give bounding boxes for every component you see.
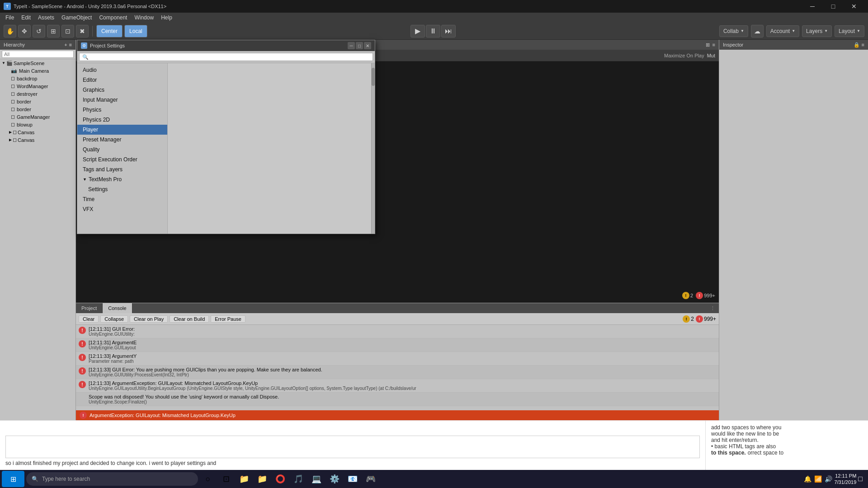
- modal-close-button[interactable]: ✕: [364, 42, 371, 49]
- scene-toolbar-btn-maximize[interactable]: ⊞: [706, 42, 710, 48]
- hierarchy-item-gamemanager[interactable]: ◻ GameManager: [0, 113, 75, 121]
- collapse-button[interactable]: Collapse: [100, 315, 128, 323]
- settings-nav-tagslayers[interactable]: Tags and Layers: [77, 164, 167, 174]
- hierarchy-item-border2[interactable]: ◻ border: [0, 105, 75, 113]
- tray-action-center[interactable]: □: [858, 475, 863, 483]
- error-pause-button[interactable]: Error Pause: [211, 315, 245, 323]
- settings-nav-editor[interactable]: Editor: [77, 75, 167, 85]
- settings-nav-presetmanager[interactable]: Preset Manager: [77, 135, 167, 145]
- clear-on-play-button[interactable]: Clear on Play: [130, 315, 168, 323]
- taskbar-app-mail[interactable]: 📧: [344, 471, 361, 487]
- settings-nav-textmeshpro-settings[interactable]: Settings: [77, 184, 167, 194]
- hierarchy-item-samplescene[interactable]: ▼ 🎬 SampleScene: [0, 59, 75, 67]
- maximize-button[interactable]: □: [823, 0, 844, 13]
- transform-tool-button[interactable]: ✖: [76, 25, 89, 38]
- mute-audio-btn[interactable]: Mut: [707, 53, 715, 58]
- menu-gameobject[interactable]: GameObject: [58, 13, 95, 23]
- hierarchy-item-border1[interactable]: ◻ border: [0, 98, 75, 105]
- browser-textarea[interactable]: [5, 436, 700, 458]
- settings-nav-textmeshpro-group[interactable]: ▼ TextMesh Pro: [77, 174, 167, 184]
- console-entry-5[interactable]: Scope was not disposed! You should use t…: [76, 393, 719, 406]
- hand-tool-button[interactable]: ✋: [4, 25, 16, 38]
- hierarchy-search-input[interactable]: [2, 51, 74, 58]
- settings-nav-physics2d[interactable]: Physics 2D: [77, 115, 167, 125]
- settings-nav-physics[interactable]: Physics: [77, 105, 167, 115]
- rect-tool-button[interactable]: ⊡: [61, 25, 74, 38]
- menu-edit[interactable]: Edit: [18, 13, 34, 23]
- hierarchy-add-icon[interactable]: +: [64, 42, 67, 47]
- taskbar-app-game[interactable]: 🎮: [363, 471, 379, 487]
- modal-minimize-button[interactable]: ─: [348, 42, 355, 49]
- taskbar-app-firefox[interactable]: ⭕: [272, 471, 288, 487]
- hierarchy-item-wordmanager[interactable]: ◻ WordManager: [0, 82, 75, 90]
- tray-volume-icon[interactable]: 🔊: [825, 475, 832, 483]
- move-tool-button[interactable]: ✥: [18, 25, 31, 38]
- settings-nav-vfx[interactable]: VFX: [77, 204, 167, 214]
- hierarchy-item-maincamera[interactable]: 📷 Main Camera: [0, 67, 75, 75]
- inspector-lock-icon[interactable]: 🔒: [854, 42, 860, 48]
- hierarchy-item-backdrop[interactable]: ◻ backdrop: [0, 75, 75, 82]
- settings-scrollbar[interactable]: [371, 63, 375, 234]
- hierarchy-item-destroyer[interactable]: ◻ destroyer: [0, 90, 75, 98]
- clear-button[interactable]: Clear: [79, 315, 99, 323]
- modal-maximize-button[interactable]: □: [356, 42, 363, 49]
- local-toggle[interactable]: Local: [125, 25, 147, 37]
- minimize-button[interactable]: ─: [802, 0, 823, 13]
- hierarchy-item-canvas1[interactable]: ▶ ◻ Canvas: [0, 128, 75, 136]
- inspector-menu-icon[interactable]: ≡: [862, 42, 864, 48]
- taskbar-search[interactable]: 🔍 Type here to search: [26, 472, 198, 486]
- settings-nav-scriptexecution[interactable]: Script Execution Order: [77, 155, 167, 164]
- layout-dropdown[interactable]: Layout ▼: [835, 25, 864, 37]
- taskbar-cortana[interactable]: ○: [200, 471, 216, 487]
- collab-dropdown[interactable]: Collab ▼: [719, 25, 748, 37]
- taskbar-explorer[interactable]: 📁: [236, 471, 252, 487]
- console-content[interactable]: ! [12:11:31] GUI Error: UnityEngine.GUIU…: [76, 325, 719, 410]
- settings-nav-player[interactable]: Player: [77, 125, 167, 135]
- scene-toolbar-menu[interactable]: ≡: [712, 42, 715, 47]
- cloud-button[interactable]: ☁: [751, 25, 764, 38]
- hierarchy-menu-icon[interactable]: ≡: [69, 42, 72, 47]
- start-button[interactable]: ⊞: [2, 471, 24, 487]
- settings-search-input[interactable]: [79, 53, 373, 61]
- menu-window[interactable]: Window: [131, 13, 157, 23]
- layers-dropdown[interactable]: Layers ▼: [802, 25, 832, 37]
- hierarchy-item-canvas2[interactable]: ▶ ◻ Canvas: [0, 136, 75, 144]
- console-entry-4[interactable]: ! [12:11:33] ArgumentException: GUILayou…: [76, 379, 719, 393]
- menu-file[interactable]: File: [2, 13, 18, 23]
- center-toggle[interactable]: Center: [97, 25, 122, 37]
- taskbar-taskview[interactable]: ⊡: [218, 471, 234, 487]
- warning-counter[interactable]: ! 2: [682, 292, 693, 299]
- console-entry-3[interactable]: ! [12:11:33] GUI Error: You are pushing …: [76, 366, 719, 379]
- settings-nav-time[interactable]: Time: [77, 194, 167, 204]
- clear-on-build-button[interactable]: Clear on Build: [170, 315, 209, 323]
- settings-nav-inputmanager[interactable]: Input Manager: [77, 95, 167, 105]
- tray-time[interactable]: 12:11 PM 7/31/2019: [834, 473, 856, 486]
- console-entry-0[interactable]: ! [12:11:31] GUI Error: UnityEngine.GUIU…: [76, 325, 719, 338]
- taskbar-app-cmd[interactable]: 💻: [308, 471, 325, 487]
- tray-network-icon[interactable]: 📶: [814, 475, 822, 483]
- console-entry-2[interactable]: ! [12:11:33] ArgumentY Parameter name: p…: [76, 352, 719, 366]
- menu-help[interactable]: Help: [157, 13, 176, 23]
- close-button[interactable]: ✕: [844, 0, 864, 13]
- account-dropdown[interactable]: Account ▼: [766, 25, 799, 37]
- error-counter[interactable]: ! 999+: [696, 292, 715, 299]
- console-entry-1[interactable]: ! [12:11:31] ArgumentE UnityEngine.GUILa…: [76, 338, 719, 352]
- play-button[interactable]: ▶: [410, 25, 425, 38]
- taskbar-app-spotify[interactable]: 🎵: [290, 471, 307, 487]
- taskbar-app-edge[interactable]: 📁: [254, 471, 270, 487]
- tab-project[interactable]: Project: [76, 303, 103, 313]
- menu-component[interactable]: Component: [95, 13, 131, 23]
- settings-nav-quality[interactable]: Quality: [77, 145, 167, 155]
- tray-notification-icon[interactable]: 🔔: [804, 475, 811, 483]
- settings-nav-graphics[interactable]: Graphics: [77, 85, 167, 95]
- menu-assets[interactable]: Assets: [34, 13, 58, 23]
- settings-nav-audio[interactable]: Audio: [77, 65, 167, 75]
- taskbar-app-settings[interactable]: ⚙️: [326, 471, 343, 487]
- hierarchy-item-blowup[interactable]: ◻ blowup: [0, 121, 75, 128]
- console-options-btn[interactable]: ⋮: [707, 305, 719, 311]
- pause-button[interactable]: ⏸: [426, 25, 440, 38]
- step-button[interactable]: ⏭: [441, 25, 456, 38]
- tab-console[interactable]: Console: [103, 303, 132, 313]
- rotate-tool-button[interactable]: ↺: [33, 25, 45, 38]
- scale-tool-button[interactable]: ⊞: [47, 25, 60, 38]
